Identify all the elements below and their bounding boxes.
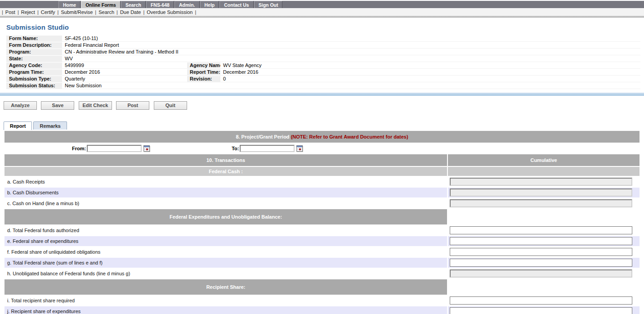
row-j-label: j. Recipient share of expenditures	[4, 306, 447, 314]
period-from-input[interactable]	[87, 145, 142, 152]
meta-value: December 2016	[62, 69, 187, 76]
menu-separator: |	[116, 9, 118, 15]
row-a-cash-receipts-input	[450, 178, 632, 186]
nav-tab-contact-us[interactable]: Contact Us	[219, 1, 253, 8]
row-e-federal-share-expenditures-input[interactable]	[450, 237, 632, 245]
row-h-unobligated-balance-input	[450, 269, 632, 278]
meta-label: Agency Name:	[187, 63, 220, 69]
tab-report[interactable]: Report	[4, 121, 32, 130]
menu-separator: |	[58, 9, 59, 15]
toolbar: Analyze Save Edit Check Post Quit	[4, 101, 644, 110]
menu-separator: |	[95, 9, 96, 15]
menu-item-post[interactable]: Post	[5, 9, 15, 15]
row-h-label: h. Unobligated balance of Federal funds …	[4, 269, 447, 278]
row-i-total-recipient-share-input[interactable]	[450, 296, 632, 305]
meta-label: Submission Status:	[6, 83, 62, 89]
calendar-icon-marker	[146, 148, 148, 150]
analyze-button[interactable]: Analyze	[4, 101, 37, 110]
nav-tab-online-forms[interactable]: Online Forms	[81, 1, 121, 8]
meta-row-program-time: Program Time: December 2016 Report Time:…	[6, 69, 640, 76]
save-button[interactable]: Save	[41, 101, 74, 110]
meta-value: WV State Agency	[220, 63, 640, 69]
recipient-share-subheader: Recipient Share:	[4, 279, 447, 295]
table-row-a: a. Cash Receipts	[4, 177, 640, 187]
menu-separator: |	[37, 9, 39, 15]
menu-separator: |	[18, 9, 19, 15]
period-section-header: 8. Project/Grant Period (NOTE: Refer to …	[4, 131, 640, 143]
transactions-header-row: 10. Transactions Cumulative	[4, 154, 640, 166]
row-d-total-federal-funds-input[interactable]	[450, 226, 632, 234]
meta-value: WV	[62, 56, 640, 62]
menu-item-submit-revise[interactable]: Submit/Revise	[61, 9, 93, 15]
meta-value: December 2016	[220, 69, 640, 76]
meta-label: Form Name:	[6, 36, 62, 42]
meta-value: Quarterly	[62, 76, 187, 82]
calendar-icon[interactable]	[143, 145, 150, 152]
federal-cash-subheader-row: Federal Cash :	[4, 167, 640, 176]
meta-row-agency-code: Agency Code: 5499999 Agency Name: WV Sta…	[6, 63, 640, 69]
table-row-g: g. Total Federal share (sum of lines e a…	[4, 258, 640, 268]
meta-label: Submission Type:	[6, 76, 62, 82]
top-navigation: Home Online Forms Search FNS-648 Admin. …	[0, 1, 644, 8]
transactions-column-header: 10. Transactions	[4, 154, 447, 166]
meta-label: State:	[6, 56, 62, 62]
table-row-j: j. Recipient share of expenditures	[4, 306, 640, 314]
tab-remarks[interactable]: Remarks	[33, 121, 67, 130]
meta-row-submission-status: Submission Status: New Submission	[6, 83, 640, 89]
period-title: 8. Project/Grant Period	[236, 134, 289, 139]
nav-tab-help[interactable]: Help	[200, 1, 219, 8]
meta-label: Agency Code:	[6, 63, 62, 69]
nav-tab-fns-648[interactable]: FNS-648	[146, 1, 174, 8]
menu-item-due-date[interactable]: Due Date	[120, 9, 141, 15]
edit-check-button[interactable]: Edit Check	[79, 101, 112, 110]
row-c-label: c. Cash on Hand (line a minus b)	[4, 198, 447, 208]
row-g-total-federal-share-input[interactable]	[450, 259, 632, 267]
submission-metadata-table: Form Name: SF-425 (10-11) Form Descripti…	[6, 35, 640, 90]
meta-label: Revision:	[187, 76, 220, 82]
meta-value: 5499999	[62, 63, 187, 69]
meta-label: Report Time:	[187, 69, 220, 76]
meta-value: Federal Financial Report	[62, 42, 640, 49]
row-j-recipient-share-expenditures-input[interactable]	[450, 307, 632, 314]
to-label: To:	[232, 146, 239, 151]
calendar-icon[interactable]	[296, 145, 303, 152]
report-table: 8. Project/Grant Period (NOTE: Refer to …	[4, 130, 640, 314]
menu-item-overdue-submission[interactable]: Overdue Submission	[147, 9, 192, 15]
post-button[interactable]: Post	[116, 101, 149, 110]
menu-item-reject[interactable]: Reject	[21, 9, 35, 15]
federal-expenditures-subheader: Federal Expenditures and Unobligated Bal…	[4, 209, 447, 224]
calendar-icon-marker	[299, 148, 301, 150]
meta-row-form-name: Form Name: SF-425 (10-11)	[6, 36, 640, 42]
meta-value: New Submission	[62, 83, 640, 89]
period-from-group: From:	[72, 145, 150, 152]
form-tabs: Report Remarks	[4, 121, 644, 130]
from-label: From:	[72, 146, 86, 151]
meta-row-program: Program: CN - Administrative Review and …	[6, 49, 640, 55]
period-inputs-row: From: To:	[4, 144, 640, 153]
period-to-input[interactable]	[240, 145, 295, 152]
menubar-edge-divider	[0, 16, 644, 18]
menu-separator: |	[195, 9, 196, 15]
meta-row-state: State: WV	[6, 56, 640, 62]
menu-separator: |	[2, 9, 3, 15]
nav-tab-sign-out[interactable]: Sign Out	[254, 1, 283, 8]
recipient-share-subheader-spacer	[448, 279, 640, 295]
nav-tab-admin[interactable]: Admin.	[174, 1, 200, 8]
row-c-cash-on-hand-input	[450, 199, 632, 207]
nav-tab-home[interactable]: Home	[58, 1, 80, 8]
row-f-label: f. Federal share of unliquidated obligat…	[4, 247, 447, 257]
menu-item-search[interactable]: Search	[98, 9, 114, 15]
meta-value: SF-425 (10-11)	[62, 36, 640, 42]
row-b-label: b. Cash Disbursements	[4, 188, 447, 197]
nav-tab-search[interactable]: Search	[121, 1, 146, 8]
meta-value: CN - Administrative Review and Training …	[62, 49, 640, 55]
menu-item-certify[interactable]: Certify	[41, 9, 55, 15]
menu-separator: |	[143, 9, 144, 15]
row-f-unliquidated-obligations-input[interactable]	[450, 248, 632, 256]
quit-button[interactable]: Quit	[154, 101, 187, 110]
meta-row-form-description: Form Description: Federal Financial Repo…	[6, 42, 640, 49]
blue-divider-bar	[0, 93, 644, 96]
period-note: (NOTE: Refer to Grant Award Document for…	[291, 134, 408, 139]
federal-cash-subheader-spacer	[448, 167, 640, 176]
page-title: Submission Studio	[6, 23, 644, 31]
